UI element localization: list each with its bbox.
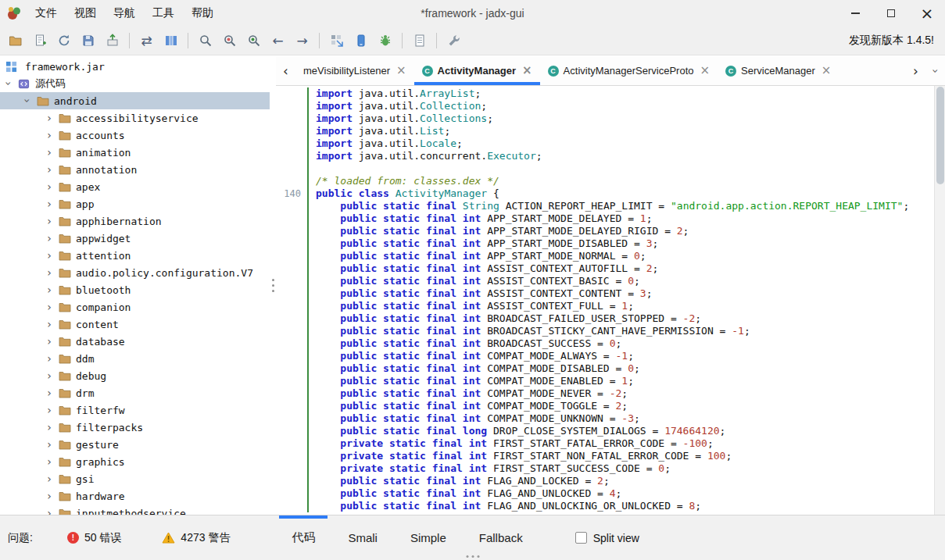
tree-item-framework-jar[interactable]: framework.jar <box>0 58 270 75</box>
bottom-tab-simple[interactable]: Simple <box>394 515 463 560</box>
close-button[interactable]: × <box>909 0 945 26</box>
chevron-right-icon[interactable]: › <box>44 250 55 261</box>
forward-button[interactable]: → <box>290 30 314 52</box>
chevron-right-icon[interactable]: › <box>44 422 55 433</box>
code-line-text[interactable]: public static final int COMPAT_MODE_ENAB… <box>307 375 934 387</box>
flat-packages-button[interactable] <box>159 30 183 52</box>
code-line-text[interactable]: public static final int BROADCAST_SUCCES… <box>307 337 934 350</box>
code-line-text[interactable]: public static final int BROADCAST_FAILED… <box>307 312 934 325</box>
code-line-text[interactable] <box>307 162 934 175</box>
chevron-right-icon[interactable]: › <box>44 456 55 467</box>
bottom-splitter-handle[interactable] <box>466 555 479 558</box>
code-line-text[interactable]: public static final int APP_START_MODE_D… <box>307 225 934 237</box>
code-line-text[interactable]: public static final int COMPAT_MODE_ALWA… <box>307 350 934 362</box>
chevron-right-icon[interactable]: › <box>44 473 55 484</box>
tab-activitymanager[interactable]: CActivityManager× <box>414 56 540 85</box>
split-view-toggle[interactable]: Split view <box>575 532 639 544</box>
chevron-right-icon[interactable]: › <box>44 216 55 226</box>
chevron-right-icon[interactable]: › <box>44 405 55 416</box>
tree-item-attention[interactable]: ›attention <box>0 247 270 264</box>
code-line-text[interactable]: public static final int ASSIST_CONTEXT_A… <box>307 262 934 275</box>
code-line-text[interactable]: import java.util.Collection; <box>307 100 934 112</box>
menu-help[interactable]: 帮助 <box>183 0 222 26</box>
chevron-right-icon[interactable]: › <box>44 508 55 515</box>
chevron-down-icon[interactable]: › <box>22 95 33 106</box>
tree-item-accounts[interactable]: ›accounts <box>0 127 270 144</box>
code-line-text[interactable]: import java.util.Collections; <box>307 112 934 125</box>
chevron-right-icon[interactable]: › <box>44 319 55 330</box>
tree-item-gesture[interactable]: ›gesture <box>0 436 270 453</box>
code-line-text[interactable]: import java.util.ArrayList; <box>307 87 934 100</box>
tree-splitter-handle[interactable] <box>270 56 276 515</box>
bottom-tab-fallback[interactable]: Fallback <box>463 515 539 560</box>
chevron-right-icon[interactable]: › <box>44 147 55 158</box>
tree-item-appwidget[interactable]: ›appwidget <box>0 230 270 247</box>
split-view-checkbox[interactable] <box>575 532 587 544</box>
warnings-badge[interactable]: 4273 警告 <box>162 531 230 545</box>
tab-mevisibilitylistener[interactable]: CmeVisibilityListener× <box>295 56 414 85</box>
tree-item-app[interactable]: ›app <box>0 195 270 212</box>
tree-item-graphics[interactable]: ›graphics <box>0 453 270 470</box>
usage-search-button[interactable] <box>217 30 242 52</box>
log-viewer-button[interactable] <box>407 30 431 52</box>
chevron-right-icon[interactable]: › <box>44 336 55 347</box>
chevron-right-icon[interactable]: › <box>44 198 55 209</box>
chevron-right-icon[interactable]: › <box>44 112 55 123</box>
code-line-text[interactable]: public static final int COMPAT_MODE_DISA… <box>307 362 934 375</box>
code-line-text[interactable]: public class ActivityManager { <box>307 187 934 200</box>
chevron-right-icon[interactable]: › <box>44 130 55 141</box>
code-line-text[interactable]: public static final int APP_START_MODE_D… <box>307 212 934 225</box>
reload-button[interactable] <box>52 30 76 52</box>
chevron-right-icon[interactable]: › <box>44 387 55 398</box>
tree-item-filterfw[interactable]: ›filterfw <box>0 401 270 419</box>
chevron-right-icon[interactable]: › <box>44 370 55 381</box>
sync-button[interactable]: ⇄ <box>134 30 159 52</box>
tree-item-gsi[interactable]: ›gsi <box>0 470 270 487</box>
deobfuscation-button[interactable] <box>324 30 349 52</box>
code-line-text[interactable]: private static final int FIRST_START_FAT… <box>307 437 934 450</box>
code-line-text[interactable]: import java.util.Locale; <box>307 137 934 150</box>
menu-file[interactable]: 文件 <box>27 0 66 26</box>
chevron-right-icon[interactable]: › <box>44 490 55 501</box>
code-line-text[interactable]: public static final int COMPAT_MODE_UNKN… <box>307 412 934 425</box>
save-all-button[interactable] <box>76 30 100 52</box>
tab-activitymanagerserviceproto[interactable]: CActivityManagerServiceProto× <box>540 56 718 85</box>
bottom-tab-code[interactable]: 代码 <box>275 515 331 560</box>
code-line-text[interactable]: public static final int FLAG_AND_UNLOCKI… <box>307 500 934 512</box>
chevron-right-icon[interactable]: › <box>44 301 55 312</box>
tree-item-bluetooth[interactable]: ›bluetooth <box>0 281 270 298</box>
tree-item-apphibernation[interactable]: ›apphibernation <box>0 212 270 230</box>
chevron-right-icon[interactable]: › <box>44 233 55 244</box>
tree-item-apex[interactable]: ›apex <box>0 178 270 195</box>
code-line-text[interactable]: public static final int ASSIST_CONTEXT_F… <box>307 300 934 312</box>
code-line-text[interactable]: public static final int APP_START_MODE_D… <box>307 237 934 250</box>
code-editor[interactable]: import java.util.ArrayList;import java.u… <box>276 86 945 515</box>
connect-device-button[interactable] <box>349 30 373 52</box>
chevron-right-icon[interactable]: › <box>44 267 55 278</box>
tab-close-icon[interactable]: × <box>822 65 832 77</box>
tab-list-button[interactable]: › <box>925 56 945 85</box>
preferences-button[interactable] <box>442 30 466 52</box>
code-line-text[interactable]: public static final int COMPAT_MODE_NEVE… <box>307 387 934 400</box>
chevron-right-icon[interactable]: › <box>44 181 55 192</box>
code-line-text[interactable]: public static final int APP_START_MODE_N… <box>307 250 934 262</box>
debugger-button[interactable] <box>373 30 397 52</box>
tree-item-annotation[interactable]: ›annotation <box>0 161 270 178</box>
open-file-button[interactable] <box>3 30 27 52</box>
bottom-tab-smali[interactable]: Smali <box>331 515 394 560</box>
tree-item-content[interactable]: ›content <box>0 316 270 333</box>
tree-item-hardware[interactable]: ›hardware <box>0 487 270 505</box>
tree-item-companion[interactable]: ›companion <box>0 298 270 316</box>
tree-item-inputmethodservice[interactable]: ›inputmethodservice <box>0 505 270 515</box>
code-line-text[interactable]: public static final int ASSIST_CONTEXT_C… <box>307 287 934 300</box>
code-line-text[interactable]: import java.util.concurrent.Executor; <box>307 150 934 162</box>
chevron-down-icon[interactable]: › <box>3 78 14 89</box>
text-search-button[interactable] <box>193 30 217 52</box>
tree-item-ddm[interactable]: ›ddm <box>0 350 270 367</box>
code-line-text[interactable]: private static final int FIRST_START_NON… <box>307 450 934 462</box>
errors-badge[interactable]: ! 50 错误 <box>67 531 121 545</box>
tab-close-icon[interactable]: × <box>700 65 711 77</box>
tree-item-drm[interactable]: ›drm <box>0 384 270 401</box>
code-line-text[interactable]: public static final int FLAG_AND_LOCKED … <box>307 475 934 487</box>
tree-item-android[interactable]: › android <box>0 92 270 109</box>
